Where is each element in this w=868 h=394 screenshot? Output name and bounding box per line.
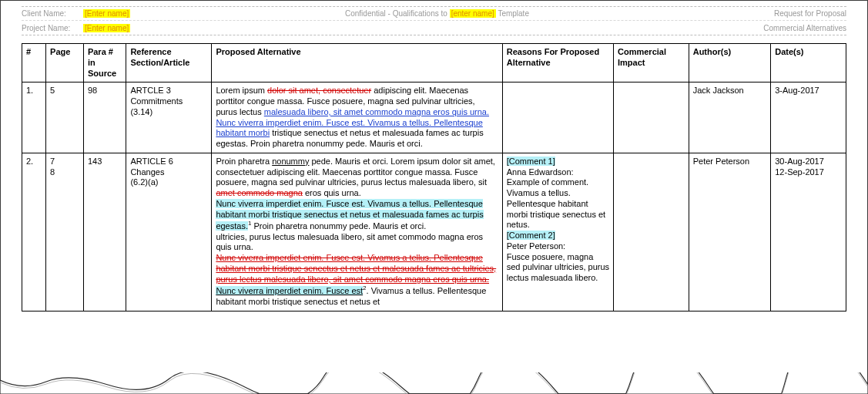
col-header-ref: Reference Section/Article [126, 44, 212, 83]
cell-commercial [614, 83, 689, 153]
cell-page: 7 8 [46, 153, 84, 311]
cell-author: Peter Peterson [689, 153, 771, 311]
header-right-bottom: Commercial Alternatives [763, 24, 846, 32]
col-header-date: Date(s) [771, 44, 846, 83]
cell-author: Jack Jackson [689, 83, 771, 153]
header-center-text: Confidential - Qualifications to [enter … [345, 9, 529, 18]
col-header-auth: Author(s) [689, 44, 771, 83]
client-name-value: [Enter name] [83, 9, 345, 18]
cell-date: 3-Aug-2017 [771, 83, 846, 153]
table-header-row: # Page Para # in Source Reference Sectio… [22, 44, 846, 83]
cell-para: 98 [83, 83, 126, 153]
tracked-deletion: Nunc viverra imperdiet enim. Fusce est. … [216, 253, 496, 284]
header-right-top: Request for Proposal [774, 9, 846, 18]
alternatives-table: # Page Para # in Source Reference Sectio… [22, 43, 846, 311]
comment-marker: [Comment 2] [507, 231, 555, 240]
header-row-client: Client Name: [Enter name] Confidential -… [22, 7, 846, 21]
cell-reason: [Comment 1] Anna Edwardson: Example of c… [502, 153, 613, 311]
cell-ref: ARTCLE 3 Commitments (3.14) [126, 83, 212, 153]
col-header-comm: Commercial Impact [614, 44, 689, 83]
cell-commercial [614, 153, 689, 311]
project-name-value: [Enter name] [83, 24, 345, 32]
comment-marker: [Comment 1] [507, 157, 555, 166]
document-page: Client Name: [Enter name] Confidential -… [0, 0, 868, 311]
hyperlink-text: malesuada libero, sit amet commodo magna… [264, 107, 489, 116]
cell-date: 30-Aug-2017 12-Sep-2017 [771, 153, 846, 311]
col-header-page: Page [46, 44, 84, 83]
document-header: Client Name: [Enter name] Confidential -… [22, 6, 846, 35]
cell-ref: ARTICLE 6 Changes (6.2)(a) [126, 153, 212, 311]
cell-page: 5 [46, 83, 84, 153]
col-header-para: Para # in Source [83, 44, 126, 83]
torn-edge-decoration [0, 372, 868, 394]
client-name-label: Client Name: [22, 9, 83, 18]
col-header-num: # [22, 44, 46, 83]
cell-proposed: Proin pharetra nonummy pede. Mauris et o… [212, 153, 502, 311]
cell-reason [502, 83, 613, 153]
project-name-label: Project Name: [22, 24, 83, 32]
cell-proposed: Lorem ipsum dolor sit amet, consectetuer… [212, 83, 502, 153]
col-header-reason: Reasons For Proposed Alternative [502, 44, 613, 83]
cell-num: 2. [22, 153, 46, 311]
table-row: 2. 7 8 143 ARTICLE 6 Changes (6.2)(a) Pr… [22, 153, 846, 311]
cell-num: 1. [22, 83, 46, 153]
tracked-deletion: dolor sit amet, consectetuer [267, 86, 371, 95]
highlighted-text: Nunc viverra imperdiet enim. Fusce est [216, 286, 363, 295]
table-row: 1. 5 98 ARTCLE 3 Commitments (3.14) Lore… [22, 83, 846, 153]
header-row-project: Project Name: [Enter name] Commercial Al… [22, 21, 846, 35]
col-header-prop: Proposed Alternative [212, 44, 502, 83]
tracked-deletion: amet commodo magna [216, 188, 303, 197]
cell-para: 143 [83, 153, 126, 311]
